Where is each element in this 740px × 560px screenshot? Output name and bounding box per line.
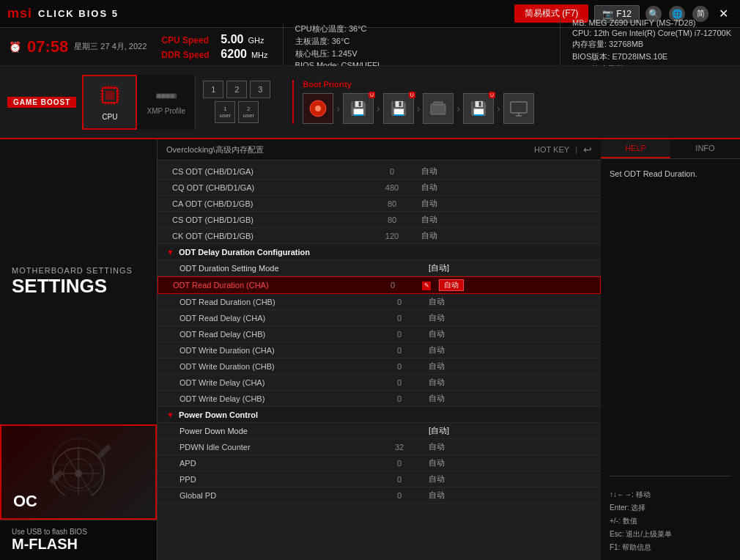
setting-name: CK ODT (CHB/D1/GB) <box>172 232 363 240</box>
table-row[interactable]: ▼Power Down Control <box>158 407 601 423</box>
table-row[interactable]: PPD 0 自动 <box>158 471 601 487</box>
kbd-nav-row: ↑↓←→: 移动 <box>610 488 731 501</box>
table-row[interactable]: ODT Write Duration (CHB) 0 自动 <box>158 358 601 375</box>
svg-rect-25 <box>431 104 445 114</box>
boot-device-1[interactable] <box>303 93 333 124</box>
setting-auto: 自动 <box>429 312 592 323</box>
sidebar-oc-item[interactable]: OC <box>0 424 157 520</box>
cpu-temp: CPU核心温度: 36°C <box>295 23 380 34</box>
profile-3-button[interactable]: 3 <box>250 81 270 98</box>
table-row[interactable]: Global PD 0 自动 <box>158 487 601 504</box>
hotkey-section: HOT KEY | ↩ <box>534 144 592 155</box>
table-row[interactable]: ODT Duration Setting Mode [自动] <box>158 260 601 276</box>
svg-rect-26 <box>434 102 443 105</box>
usb-badge-3: U <box>409 92 415 98</box>
cpu-info: CPU: 12th Gen Intel(R) Core(TM) i7-12700… <box>572 29 731 37</box>
kbd-f-row: F1: 帮助信息 <box>610 541 731 554</box>
section-header-text: ODT Delay Duration Configuration <box>179 248 310 257</box>
profile-2-button[interactable]: 2 <box>226 81 247 98</box>
table-row[interactable]: CQ ODT (CHB/D1/GA) 480 自动 <box>158 180 601 196</box>
board-temp: 主板温度: 36°C <box>295 36 380 47</box>
table-row[interactable]: APD 0 自动 <box>158 455 601 471</box>
topbar-left: msi CLICK BIOS 5 <box>7 6 119 21</box>
sidebar-settings-item[interactable]: Motherboard settings SETTINGS <box>0 139 157 424</box>
table-row[interactable]: ODT Read Delay (CHA) 0 自动 <box>158 310 601 326</box>
boot-device-3[interactable]: 💾 U <box>383 93 414 124</box>
setting-auto: 自动 <box>421 166 592 177</box>
cpu-tab-label: CPU <box>102 113 117 121</box>
setting-value: 0 <box>370 298 429 306</box>
usb-badge-2: U <box>369 92 375 98</box>
setting-auto: [自动] <box>429 425 592 436</box>
setting-name: CS ODT (CHB/D1/GA) <box>172 167 363 176</box>
user-2-button[interactable]: 2user <box>238 101 259 123</box>
table-row[interactable]: ODT Write Duration (CHA) 0 自动 <box>158 342 601 358</box>
cpu-speed-section: CPU Speed 5.00 GHz DDR Speed 6200 MHz <box>161 33 267 61</box>
kbd-enter-row: Enter: 选择 <box>610 501 731 515</box>
camera-icon: 📷 <box>602 9 613 19</box>
setting-value: 0 <box>363 281 422 290</box>
setting-auto: 自动 <box>429 328 592 339</box>
table-row[interactable]: CK ODT (CHB/D1/GB) 120 自动 <box>158 228 601 244</box>
setting-name: ODT Write Delay (CHB) <box>180 394 370 403</box>
sidebar-mflash-item[interactable]: Use USB to flash BIOS M-FLASH <box>0 520 157 560</box>
click-bios-title: CLICK BIOS 5 <box>38 8 119 19</box>
setting-name: Global PD <box>180 491 370 500</box>
user-buttons: 1user 2user <box>215 101 259 123</box>
mem-info: 内存容量: 32768MB <box>572 39 731 50</box>
table-row[interactable]: ODT Write Delay (CHA) 0 自动 <box>158 375 601 391</box>
table-row[interactable]: ODT Read Duration (CHB) 0 自动 <box>158 294 601 310</box>
table-row[interactable]: ODT Read Duration (CHA) 0 ✎ 自动 <box>158 276 601 294</box>
back-icon[interactable]: ↩ <box>583 144 592 155</box>
table-row[interactable]: CS ODT (CHB/D1/GB) 80 自动 <box>158 212 601 228</box>
table-row[interactable]: CA ODT (CHB/D1/GB) 80 自动 <box>158 196 601 212</box>
sidebar: Motherboard settings SETTINGS OC <box>0 139 158 560</box>
setting-name: ODT Read Delay (CHA) <box>180 314 370 323</box>
svg-rect-21 <box>166 95 169 98</box>
f-key: F1: 帮助信息 <box>610 541 651 554</box>
table-row[interactable]: CS ODT (CHB/D1/GA) 0 自动 <box>158 163 601 180</box>
cpu-tab[interactable]: CPU <box>82 75 137 130</box>
tab-info[interactable]: INFO <box>670 139 740 158</box>
time-section: ⏰ 07:58 星期三 27 4月, 2022 <box>9 37 147 56</box>
xmp-tab[interactable]: XMP Profile <box>137 75 196 130</box>
table-row[interactable]: Power Down Mode [自动] <box>158 423 601 439</box>
profile-1-button[interactable]: 1 <box>203 81 223 98</box>
table-row[interactable]: ▼ODT Delay Duration Configuration <box>158 244 601 260</box>
setting-name: ODT Read Duration (CHA) <box>173 281 363 290</box>
setting-name: PDWN Idle Counter <box>180 443 370 452</box>
setting-auto: [自动] <box>429 262 592 273</box>
setting-name: Power Down Mode <box>180 427 370 435</box>
setting-auto: 自动 <box>421 198 592 209</box>
table-row[interactable]: ODT Write Delay (CHB) 0 自动 <box>158 391 601 407</box>
setting-auto: 自动 <box>429 377 592 388</box>
boot-device-4[interactable] <box>423 93 454 124</box>
setting-name: ODT Read Duration (CHB) <box>180 298 370 306</box>
core-volt: 核心电压: 1.245V <box>295 48 380 59</box>
ddr-speed-unit: MHz <box>251 51 268 59</box>
boot-device-5[interactable]: 💾 U <box>463 93 494 124</box>
hotkey-label: HOT KEY <box>534 145 569 154</box>
sidebar-settings-main: SETTINGS <box>12 275 107 298</box>
svg-point-24 <box>315 106 321 111</box>
table-row[interactable]: ODT Read Delay (CHB) 0 自动 <box>158 326 601 342</box>
tab-help[interactable]: HELP <box>601 139 670 158</box>
time-display: 07:58 <box>27 37 68 56</box>
right-panel: HELP INFO Set ODT Read Duration. ↑↓←→: 移… <box>601 139 740 560</box>
boot-device-6[interactable] <box>503 93 534 124</box>
gameboost-bar: GAME BOOST <box>0 66 740 139</box>
setting-value: 80 <box>363 215 421 224</box>
hotkey-separator: | <box>575 145 577 154</box>
setting-auto: 自动 <box>429 474 592 485</box>
user-1-button[interactable]: 1user <box>215 101 235 123</box>
breadcrumb-path: Overclocking\高级内存配置 <box>166 144 264 155</box>
usb-badge-5: U <box>489 92 495 98</box>
setting-value: 0 <box>370 314 429 323</box>
svg-rect-19 <box>157 95 160 98</box>
setting-name: ODT Duration Setting Mode <box>180 264 370 273</box>
svg-rect-20 <box>161 95 165 98</box>
boot-device-2[interactable]: 💾 U <box>343 93 374 124</box>
msi-logo: msi <box>7 6 32 21</box>
boot-arrow-4: › <box>456 103 460 114</box>
table-row[interactable]: PDWN Idle Counter 32 自动 <box>158 439 601 455</box>
